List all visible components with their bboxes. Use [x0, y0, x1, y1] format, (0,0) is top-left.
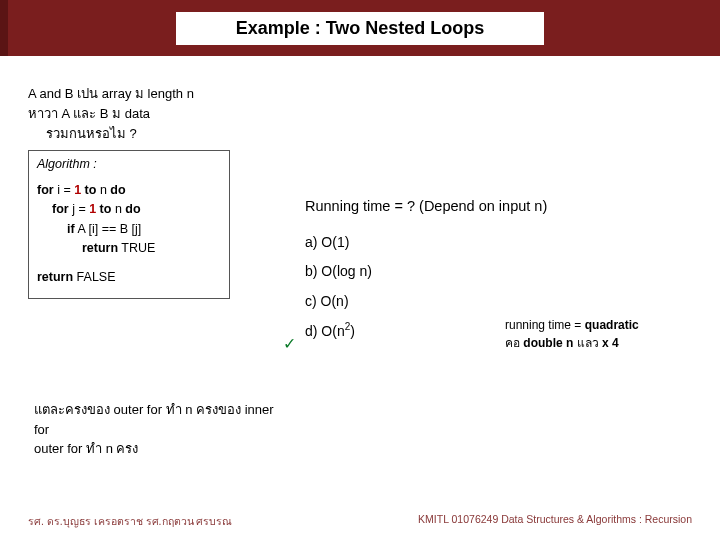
algorithm-label: Algorithm :	[37, 155, 221, 174]
explanation: running time = quadratic คอ double n แลว…	[505, 316, 705, 352]
code-line: for j = 1 to n do	[37, 200, 221, 219]
title-bar: Example : Two Nested Loops	[0, 0, 720, 56]
option-a: a) O(1)	[305, 228, 547, 257]
running-time-question: Running time = ? (Depend on input n)	[305, 198, 547, 214]
note-line: for	[34, 420, 674, 440]
slide-title: Example : Two Nested Loops	[176, 12, 545, 45]
option-c: c) O(n)	[305, 287, 547, 316]
bottom-notes: แตละครงของ outer for ทำ n ครงของ inner f…	[34, 400, 674, 459]
problem-line: รวมกนหรอไม ?	[28, 124, 378, 144]
title-accent	[0, 0, 8, 56]
footer-authors: รศ. ดร.บุญธร เครอตราช รศ.กฤตวน ศรบรณ	[28, 513, 232, 530]
option-b: b) O(log n)	[305, 257, 547, 286]
note-line: outer for ทำ n ครง	[34, 439, 674, 459]
check-icon: ✓	[283, 327, 296, 361]
answer-options: ✓ a) O(1) b) O(log n) c) O(n) d) O(n2) r…	[305, 228, 547, 346]
footer-course: KMITL 01076249 Data Structures & Algorit…	[418, 513, 692, 530]
code-line: for i = 1 to n do	[37, 181, 221, 200]
note-line: แตละครงของ outer for ทำ n ครงของ inner	[34, 400, 674, 420]
problem-line: A and B เปน array ม length n	[28, 84, 378, 104]
code-line: if A [i] == B [j]	[37, 220, 221, 239]
code-line: return TRUE	[37, 239, 221, 258]
algorithm-box: Algorithm : for i = 1 to n do for j = 1 …	[28, 150, 230, 298]
problem-line: หาวา A และ B ม data	[28, 104, 378, 124]
problem-statement: A and B เปน array ม length n หาวา A และ …	[28, 84, 378, 144]
footer: รศ. ดร.บุญธร เครอตราช รศ.กฤตวน ศรบรณ KMI…	[0, 513, 720, 530]
question-column: Running time = ? (Depend on input n) ✓ a…	[305, 198, 547, 346]
code-line: return FALSE	[37, 268, 221, 287]
